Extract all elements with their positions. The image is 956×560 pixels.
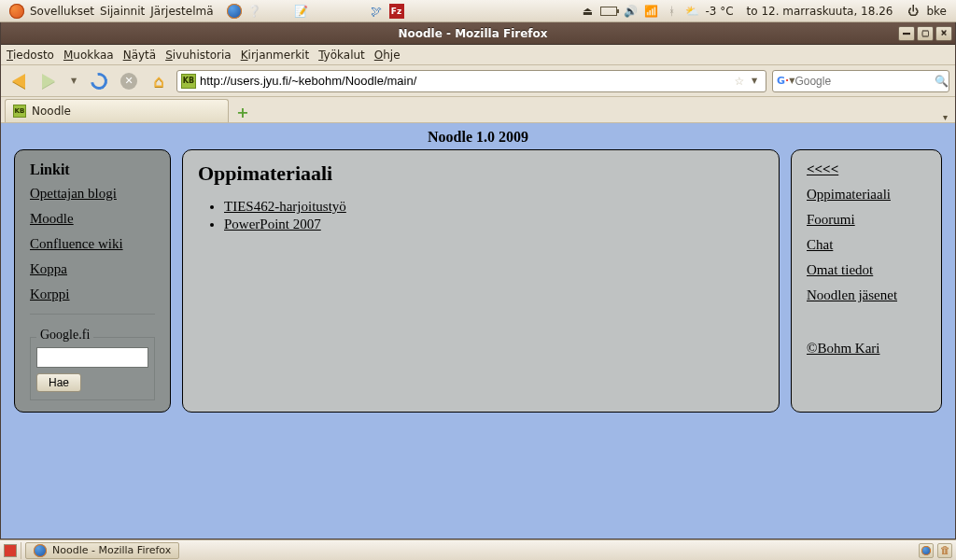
shutdown-icon: ⏻ (906, 4, 921, 19)
systray: ⏏ 🔊 📶 ᚼ ⛅ -3 °C (574, 4, 738, 19)
tab-strip: KB Noodle + ▾ (1, 97, 955, 123)
tab-active[interactable]: KB Noodle (5, 99, 229, 122)
search-bar[interactable]: G· ▼ 🔍 (772, 70, 949, 92)
browser-menubar: Tiedosto Muokkaa Näytä Sivuhistoria Kirj… (1, 45, 955, 65)
minimize-button[interactable]: — (898, 26, 915, 41)
firefox-window: Noodle - Mozilla Firefox — ▢ ✕ Tiedosto … (0, 22, 956, 539)
menu-places[interactable]: Sijainnit (100, 5, 145, 18)
home-button[interactable]: ⌂ (147, 69, 171, 93)
tab-title: Noodle (32, 105, 71, 118)
star-icon[interactable]: ☆ (732, 74, 747, 89)
url-dropdown-icon[interactable]: ▼ (747, 74, 762, 89)
show-desktop-icon[interactable] (4, 544, 17, 557)
google-search-button[interactable]: Hae (36, 373, 81, 392)
link-noodlen-jasenet[interactable]: Noodlen jäsenet (807, 287, 926, 303)
bluetooth-icon[interactable]: ᚼ (664, 4, 679, 19)
quicklaunch-2: 📝 (288, 4, 315, 19)
forward-button[interactable] (36, 69, 61, 93)
site-favicon[interactable]: KB (181, 74, 196, 89)
stop-button[interactable]: ✕ (117, 69, 141, 93)
url-input[interactable] (200, 74, 732, 88)
help-icon[interactable]: ❔ (247, 4, 262, 19)
thunderbird-icon[interactable]: 🕊 (369, 4, 384, 19)
trash-icon[interactable]: 🗑 (937, 543, 952, 558)
weather-icon: ⛅ (684, 4, 699, 19)
google-legend: Google.fi (36, 328, 93, 343)
drive-icon[interactable]: ⏏ (580, 4, 595, 19)
link-powerpoint-2007[interactable]: PowerPoint 2007 (224, 217, 321, 231)
history-dropdown-icon[interactable]: ▼ (66, 74, 81, 89)
google-icon[interactable]: G· (777, 75, 789, 88)
tab-favicon: KB (13, 105, 26, 118)
reload-button[interactable] (87, 69, 111, 93)
arrow-left-icon (12, 74, 25, 89)
menu-history[interactable]: Sivuhistoria (165, 49, 232, 62)
content-title: Oppimateriaali (198, 161, 764, 186)
navigation-toolbar: ▼ ✕ ⌂ KB ☆ ▼ G· ▼ 🔍 (1, 65, 955, 97)
workspace-switcher-icon[interactable] (919, 543, 934, 558)
search-input[interactable] (794, 75, 935, 88)
menu-system[interactable]: Järjestelmä (150, 5, 213, 18)
link-foorumi[interactable]: Foorumi (807, 212, 926, 228)
google-search-box: Google.fi Hae (30, 337, 155, 400)
back-button[interactable] (7, 69, 31, 93)
list-item: TIES462-harjoitustyö (224, 199, 764, 215)
temperature-text: -3 °C (705, 5, 733, 18)
quicklaunch-3: 🕊 Fz (363, 4, 410, 19)
arrow-right-icon (42, 74, 55, 89)
link-koppa[interactable]: Koppa (30, 261, 155, 277)
menu-bookmarks[interactable]: Kirjanmerkit (241, 49, 309, 62)
quicklaunch: ❔ (221, 4, 268, 19)
main-menu-group: Sovellukset Sijainnit Järjestelmä (4, 4, 219, 19)
page-title: Noodle 1.0 2009 (1, 123, 955, 149)
battery-icon[interactable] (600, 7, 617, 16)
notes-icon[interactable]: 📝 (294, 4, 309, 19)
link-moodle[interactable]: Moodle (30, 211, 155, 227)
plus-icon: + (236, 104, 248, 121)
page-viewport: Noodle 1.0 2009 Linkit Opettajan blogi M… (1, 123, 955, 539)
volume-icon[interactable]: 🔊 (623, 4, 638, 19)
filezilla-icon[interactable]: Fz (389, 4, 404, 19)
window-titlebar[interactable]: Noodle - Mozilla Firefox — ▢ ✕ (1, 22, 955, 45)
link-ties462[interactable]: TIES462-harjoitustyö (224, 199, 346, 214)
stop-icon: ✕ (120, 73, 137, 90)
link-chat[interactable]: Chat (807, 237, 926, 253)
close-button[interactable]: ✕ (935, 26, 952, 41)
taskbar-window-button[interactable]: Noodle - Mozilla Firefox (25, 542, 179, 559)
tabs-overflow-icon[interactable]: ▾ (943, 112, 948, 122)
firefox-icon[interactable] (227, 4, 242, 19)
link-korppi[interactable]: Korppi (30, 287, 155, 302)
reload-icon (87, 69, 110, 92)
link-omat-tiedot[interactable]: Omat tiedot (807, 262, 926, 278)
left-sidebar-title: Linkit (30, 161, 155, 178)
address-bar[interactable]: KB ☆ ▼ (176, 70, 766, 92)
menu-file[interactable]: Tiedosto (7, 49, 54, 62)
network-wireless-icon[interactable]: 📶 (643, 4, 658, 19)
google-search-input[interactable] (36, 347, 148, 368)
user-name: bke (926, 5, 947, 18)
new-tab-button[interactable]: + (232, 102, 253, 122)
link-copyright[interactable]: ©Bohm Kari (807, 341, 926, 357)
link-oppimateriaali[interactable]: Oppimateriaali (807, 187, 926, 203)
window-title: Noodle - Mozilla Firefox (48, 27, 898, 40)
home-icon: ⌂ (153, 71, 163, 91)
link-confluence-wiki[interactable]: Confluence wiki (30, 236, 155, 252)
search-icon[interactable]: 🔍 (935, 74, 949, 89)
separator (21, 542, 21, 559)
gnome-bottom-panel: Noodle - Mozilla Firefox 🗑 (0, 539, 956, 560)
link-opettajan-blogi[interactable]: Opettajan blogi (30, 186, 155, 202)
link-back[interactable]: <<<< (807, 161, 926, 177)
clock[interactable]: to 12. marraskuuta, 18.26 (741, 5, 899, 18)
menu-edit[interactable]: Muokkaa (63, 49, 114, 62)
list-item: PowerPoint 2007 (224, 217, 764, 232)
menu-applications[interactable]: Sovellukset (30, 5, 94, 18)
firefox-icon (34, 544, 47, 557)
menu-tools[interactable]: Työkalut (318, 49, 365, 62)
taskbar-window-title: Noodle - Mozilla Firefox (52, 544, 171, 556)
distributor-logo-icon[interactable] (9, 4, 24, 19)
maximize-button[interactable]: ▢ (917, 26, 934, 41)
menu-view[interactable]: Näytä (123, 49, 157, 62)
menu-help[interactable]: Ohje (374, 49, 401, 62)
gnome-top-panel: Sovellukset Sijainnit Järjestelmä ❔ 📝 🕊 … (0, 0, 956, 22)
user-switch[interactable]: ⏻ bke (900, 4, 952, 19)
